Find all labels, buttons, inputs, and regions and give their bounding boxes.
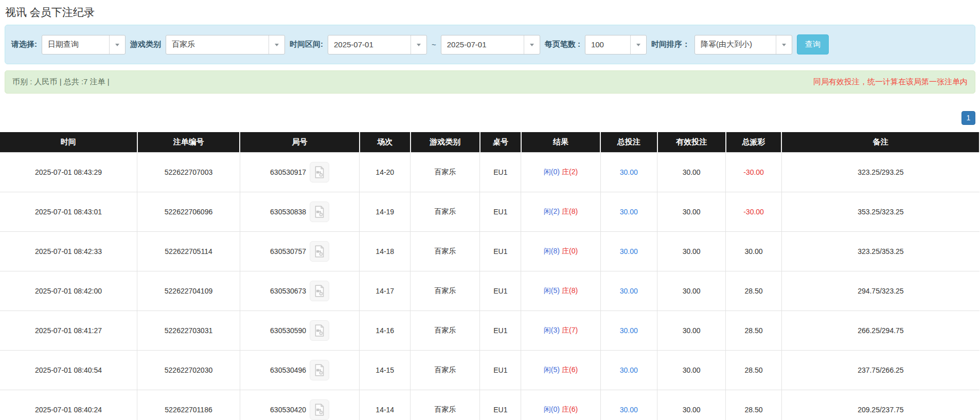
video-replay-button[interactable]: [310, 399, 329, 420]
time-sort-label: 时间排序：: [651, 40, 690, 49]
cell-time: 2025-07-01 08:40:24: [0, 390, 137, 420]
pagination-top: 1: [5, 111, 975, 125]
table-row: 2025-07-01 08:43:01 522622706096 6305308…: [0, 192, 979, 232]
cell-bet-id: 522622703031: [137, 311, 240, 351]
total-bet-link[interactable]: 30.00: [620, 326, 638, 335]
column-header: 结果: [521, 132, 600, 153]
range-tilde: ~: [432, 40, 436, 49]
cell-valid-bet: 30.00: [657, 153, 726, 192]
result-banker: 庄(0): [562, 247, 578, 255]
cell-table-number: EU1: [480, 311, 521, 351]
column-header: 局号: [240, 132, 359, 153]
cell-bet-id: 522622701186: [137, 390, 240, 420]
cell-game-category: 百家乐: [411, 232, 480, 271]
cell-payout: 30.00: [726, 232, 782, 271]
cell-time: 2025-07-01 08:41:27: [0, 311, 137, 351]
cell-round: 630530757: [240, 232, 359, 271]
result-player: 闲(5): [544, 286, 560, 295]
video-document-icon: [313, 363, 326, 377]
round-number: 630530673: [270, 287, 306, 295]
cell-round: 630530673: [240, 271, 359, 311]
cell-valid-bet: 30.00: [657, 311, 726, 351]
betting-records-table: 时间 注单编号 局号 场次 游戏类别 桌号 结果 总投注 有效投注 总派彩 备注: [0, 132, 980, 420]
result-banker: 庄(6): [562, 366, 578, 374]
search-button[interactable]: 查询: [797, 34, 829, 54]
cell-table-number: EU1: [480, 271, 521, 311]
cell-game-category: 百家乐: [411, 351, 480, 390]
result-banker: 庄(6): [562, 405, 578, 413]
cell-total-bet: 30.00: [600, 311, 657, 351]
cell-total-bet: 30.00: [600, 153, 657, 192]
round-number: 630530917: [270, 168, 306, 176]
video-replay-button[interactable]: [310, 320, 329, 341]
round-number: 630530757: [270, 247, 306, 255]
cell-result: 闲(2)庄(8): [521, 192, 600, 232]
column-header: 备注: [781, 132, 979, 153]
cell-total-bet: 30.00: [600, 232, 657, 271]
table-row: 2025-07-01 08:42:00 522622704109 6305306…: [0, 271, 979, 311]
video-replay-button[interactable]: [310, 202, 329, 222]
result-player: 闲(3): [544, 326, 560, 334]
game-category-value: 百家乐: [166, 35, 269, 54]
cell-session: 14-14: [360, 390, 411, 420]
cell-total-bet: 30.00: [600, 271, 657, 311]
result-player: 闲(0): [544, 405, 560, 413]
total-bet-link[interactable]: 30.00: [620, 247, 638, 255]
cell-remark: 294.75/323.25: [781, 271, 979, 311]
total-bet-link[interactable]: 30.00: [620, 406, 638, 414]
cell-session: 14-17: [360, 271, 411, 311]
cell-game-category: 百家乐: [411, 271, 480, 311]
time-sort-select[interactable]: 降幂(由大到小): [694, 35, 792, 54]
cell-remark: 209.25/237.75: [781, 390, 979, 420]
video-document-icon: [313, 166, 326, 179]
video-document-icon: [313, 205, 326, 218]
video-replay-button[interactable]: [310, 281, 329, 301]
cell-payout: 28.50: [726, 351, 782, 390]
chevron-down-icon: [109, 35, 125, 54]
cell-table-number: EU1: [480, 153, 521, 192]
per-page-label: 每页笔数 :: [545, 40, 580, 49]
cell-time: 2025-07-01 08:43:01: [0, 192, 137, 232]
query-type-select[interactable]: 日期查询: [42, 35, 126, 54]
cell-game-category: 百家乐: [411, 390, 480, 420]
total-bet-link[interactable]: 30.00: [620, 208, 638, 216]
per-page-select[interactable]: 100: [585, 35, 647, 54]
total-bet-link[interactable]: 30.00: [620, 287, 638, 295]
info-bar: 币别 : 人民币 | 总共 :7 注单 | 同局有效投注，统一计算在该局第一张注…: [5, 70, 975, 94]
total-bet-link[interactable]: 30.00: [620, 366, 638, 374]
cell-time: 2025-07-01 08:40:54: [0, 351, 137, 390]
table-row: 2025-07-01 08:40:24 522622701186 6305304…: [0, 390, 979, 420]
chevron-down-icon: [269, 35, 284, 54]
video-replay-button[interactable]: [310, 241, 329, 262]
result-banker: 庄(8): [562, 207, 578, 215]
result-banker: 庄(8): [562, 286, 578, 295]
cell-bet-id: 522622705114: [137, 232, 240, 271]
page-1-button[interactable]: 1: [961, 111, 975, 125]
video-replay-button[interactable]: [310, 162, 329, 182]
column-header: 总派彩: [726, 132, 782, 153]
cell-valid-bet: 30.00: [657, 271, 726, 311]
video-document-icon: [313, 324, 326, 337]
video-document-icon: [313, 245, 326, 258]
column-header: 注单编号: [137, 132, 240, 153]
select-type-label: 请选择:: [11, 40, 37, 49]
date-to-value: 2025-07-01: [441, 35, 524, 54]
column-header: 时间: [0, 132, 137, 153]
video-replay-button[interactable]: [310, 360, 329, 380]
cell-game-category: 百家乐: [411, 153, 480, 192]
cell-table-number: EU1: [480, 192, 521, 232]
column-header: 场次: [360, 132, 411, 153]
result-player: 闲(2): [544, 207, 560, 215]
table-header-row: 时间 注单编号 局号 场次 游戏类别 桌号 结果 总投注 有效投注 总派彩 备注: [0, 132, 979, 153]
game-category-label: 游戏类别: [130, 40, 161, 49]
table-row: 2025-07-01 08:41:27 522622703031 6305305…: [0, 311, 979, 351]
date-from-select[interactable]: 2025-07-01: [328, 35, 427, 54]
date-to-select[interactable]: 2025-07-01: [441, 35, 540, 54]
time-range-label: 时间区间:: [290, 40, 323, 49]
cell-session: 14-15: [360, 351, 411, 390]
cell-session: 14-18: [360, 232, 411, 271]
cell-result: 闲(3)庄(7): [521, 311, 600, 351]
cell-payout: 28.50: [726, 311, 782, 351]
game-category-select[interactable]: 百家乐: [166, 35, 285, 54]
total-bet-link[interactable]: 30.00: [620, 168, 638, 176]
